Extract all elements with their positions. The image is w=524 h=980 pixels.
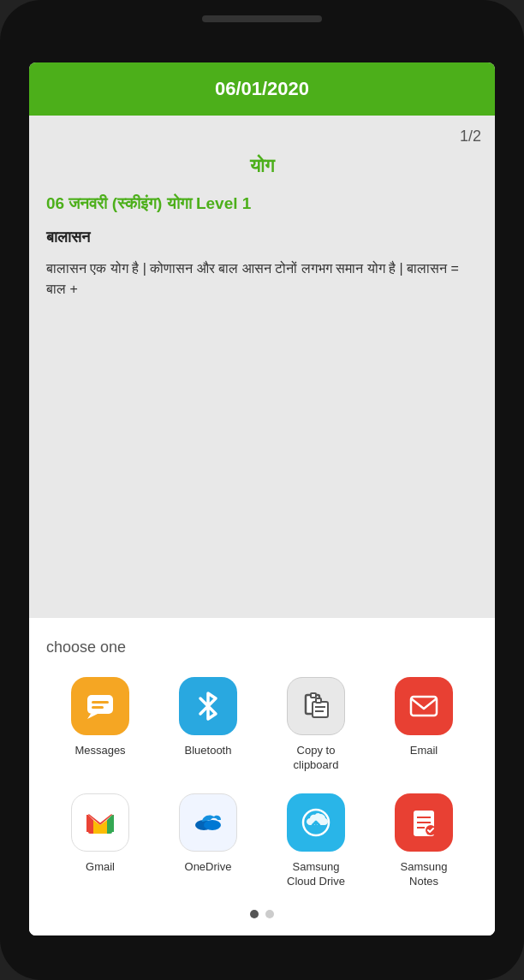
- svg-rect-6: [313, 702, 328, 717]
- article-text: बालासन एक योग है | कोणासन और बाल आसन टोन…: [46, 258, 478, 300]
- header-title: 06/01/2020: [215, 78, 309, 99]
- svg-rect-10: [411, 697, 437, 716]
- bluetooth-label: Bluetooth: [185, 744, 232, 758]
- clipboard-icon: [287, 677, 345, 735]
- messages-icon: [71, 677, 129, 735]
- gmail-icon: [71, 793, 129, 852]
- article-heading: 06 जनवरी (स्कीइंग) योगा Level 1: [46, 194, 478, 213]
- email-label: Email: [410, 744, 438, 758]
- svg-marker-1: [87, 714, 98, 719]
- svg-point-13: [204, 820, 221, 830]
- svg-rect-3: [92, 706, 104, 709]
- samsung-cloud-svg: [300, 806, 332, 839]
- share-item-gmail[interactable]: Gmail: [62, 793, 139, 875]
- dot-1: [250, 910, 259, 918]
- samsung-notes-svg: [408, 806, 440, 839]
- svg-rect-5: [311, 693, 316, 698]
- share-item-messages[interactable]: Messages: [62, 677, 139, 758]
- share-item-onedrive[interactable]: OneDrive: [170, 793, 247, 875]
- share-item-bluetooth[interactable]: Bluetooth: [170, 677, 247, 758]
- samsung-notes-label: Samsung Notes: [385, 860, 462, 889]
- gmail-label: Gmail: [86, 860, 115, 875]
- svg-rect-7: [316, 698, 321, 703]
- share-row-1: Messages Bluetooth: [46, 677, 478, 773]
- content-area: 1/2 योग 06 जनवरी (स्कीइंग) योगा Level 1 …: [29, 116, 495, 935]
- samsung-cloud-label: Samsung Cloud Drive: [277, 860, 354, 889]
- email-icon: [395, 677, 453, 735]
- share-item-clipboard[interactable]: Copy to clipboard: [277, 677, 354, 773]
- messages-svg: [84, 690, 116, 722]
- screen: 06/01/2020 1/2 योग 06 जनवरी (स्कीइंग) यो…: [29, 62, 495, 935]
- share-sheet-title: choose one: [46, 638, 478, 656]
- svg-rect-2: [92, 701, 109, 704]
- share-item-email[interactable]: Email: [385, 677, 462, 758]
- phone-frame: 06/01/2020 1/2 योग 06 जनवरी (स्कीइंग) यो…: [0, 0, 524, 980]
- gmail-svg: [84, 806, 116, 839]
- onedrive-icon: [179, 793, 237, 852]
- share-row-2: Gmail OneDrive: [46, 793, 478, 889]
- svg-rect-0: [87, 695, 113, 714]
- messages-label: Messages: [74, 744, 125, 758]
- share-item-samsung-notes[interactable]: Samsung Notes: [385, 793, 462, 889]
- email-svg: [408, 690, 440, 722]
- yoga-title: योग: [46, 155, 478, 177]
- dot-2: [265, 910, 274, 918]
- share-item-samsung-cloud[interactable]: Samsung Cloud Drive: [277, 793, 354, 889]
- samsung-notes-icon: [395, 793, 453, 852]
- bluetooth-svg: [192, 690, 224, 722]
- bluetooth-icon: [179, 677, 237, 735]
- notch-bar: [202, 15, 322, 22]
- dots-indicator: [46, 910, 478, 918]
- share-sheet: choose one Messages: [29, 618, 495, 935]
- app-header: 06/01/2020: [29, 62, 495, 116]
- clipboard-label: Copy to clipboard: [277, 744, 354, 773]
- onedrive-svg: [192, 806, 224, 839]
- clipboard-svg: [300, 690, 332, 722]
- sub-heading: बालासन: [46, 229, 478, 246]
- onedrive-label: OneDrive: [185, 860, 232, 875]
- page-indicator: 1/2: [460, 128, 481, 146]
- samsung-cloud-icon: [287, 793, 345, 852]
